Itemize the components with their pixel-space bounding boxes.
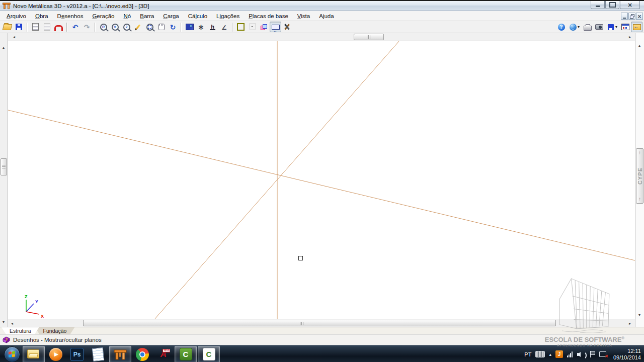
snap-button[interactable] bbox=[53, 22, 64, 32]
window-config-button[interactable] bbox=[619, 22, 631, 32]
zoom-all-icon: ✚ bbox=[112, 24, 119, 31]
mdi-minimize-button[interactable] bbox=[621, 13, 628, 20]
top-rotation-bar[interactable] bbox=[8, 33, 635, 41]
online-services-button[interactable] bbox=[567, 22, 579, 32]
redo-button[interactable] bbox=[81, 22, 93, 32]
scroll-right-arrow[interactable] bbox=[627, 34, 633, 40]
3d-viewport[interactable]: ZYX bbox=[8, 41, 635, 319]
left-rotation-bar[interactable] bbox=[0, 33, 8, 327]
start-button[interactable] bbox=[2, 346, 22, 362]
help-book-icon: ? bbox=[3, 336, 10, 343]
keyboard-icon[interactable] bbox=[535, 351, 545, 357]
bottom-scrollbar[interactable] bbox=[8, 319, 635, 327]
taskbar-chrome-button[interactable] bbox=[132, 346, 152, 362]
open-button[interactable] bbox=[2, 22, 13, 32]
thumb-grip bbox=[367, 35, 371, 39]
globe-icon bbox=[570, 24, 577, 31]
action-center-flag-icon[interactable] bbox=[589, 351, 595, 358]
square-outline-icon bbox=[237, 23, 245, 31]
scroll-down-arrow[interactable] bbox=[1, 319, 7, 325]
taskbar-notepad-button[interactable] bbox=[88, 346, 108, 362]
menu-placas-de-base[interactable]: Placas de base bbox=[244, 12, 293, 20]
bottom-scroll-thumb[interactable] bbox=[83, 320, 556, 326]
right-scrollbar[interactable]: CYPE bbox=[635, 33, 644, 327]
network-disconnected-icon[interactable] bbox=[599, 351, 608, 358]
scroll-right-arrow[interactable] bbox=[627, 320, 633, 326]
menu-calculo[interactable]: Cálculo bbox=[184, 12, 212, 20]
tab-fundacao[interactable]: Fundação bbox=[35, 327, 75, 334]
show-hidden-icons-button[interactable] bbox=[549, 352, 551, 357]
signal-strength-icon[interactable] bbox=[567, 351, 573, 357]
dimension-button[interactable] bbox=[218, 22, 230, 32]
plane-outline-button[interactable] bbox=[235, 22, 247, 32]
scroll-up-arrow[interactable] bbox=[636, 42, 642, 48]
menu-ajuda[interactable]: Ajuda bbox=[314, 12, 338, 20]
print-button[interactable] bbox=[582, 22, 593, 32]
system-tray: PT J 12:11 09/10/2014 bbox=[522, 345, 644, 362]
export-button[interactable] bbox=[605, 22, 616, 32]
zoom-previous-button[interactable]: 2 bbox=[121, 22, 132, 32]
menu-desenhos[interactable]: Desenhos bbox=[53, 12, 88, 20]
mdi-close-button[interactable] bbox=[636, 13, 643, 20]
mdi-buttons bbox=[620, 13, 643, 20]
tab-estrutura[interactable]: Estrutura bbox=[2, 327, 39, 334]
help-button[interactable] bbox=[555, 22, 567, 32]
import-dxf-button[interactable] bbox=[30, 22, 41, 32]
top-rotation-thumb[interactable] bbox=[354, 34, 384, 40]
image-icon bbox=[186, 24, 194, 30]
mdi-restore-button[interactable] bbox=[628, 13, 635, 20]
menu-vista[interactable]: Vista bbox=[293, 12, 314, 20]
capture-button[interactable] bbox=[593, 22, 605, 32]
panel-toggle-button[interactable] bbox=[631, 22, 642, 32]
taskbar-camtasia-recorder-button[interactable]: C bbox=[175, 346, 197, 362]
undo-button[interactable] bbox=[69, 22, 81, 32]
pan-button[interactable] bbox=[155, 22, 167, 32]
redraw-button[interactable]: R bbox=[98, 22, 109, 32]
volume-icon[interactable] bbox=[577, 351, 585, 358]
java-update-icon[interactable]: J bbox=[555, 350, 563, 358]
mdi-restore-icon bbox=[630, 14, 634, 19]
minimize-button[interactable] bbox=[591, 1, 605, 9]
tray-time: 12:11 bbox=[613, 348, 641, 354]
menu-no[interactable]: Nó bbox=[119, 12, 136, 20]
edit-button[interactable] bbox=[132, 22, 144, 32]
rotate-view-button[interactable] bbox=[167, 22, 179, 32]
export-dxf-button[interactable] bbox=[41, 22, 53, 32]
scroll-down-arrow[interactable] bbox=[636, 312, 642, 318]
left-rotation-thumb[interactable] bbox=[1, 158, 7, 175]
taskbar-photoshop-button[interactable]: Ps bbox=[67, 346, 87, 362]
reference-plane-button[interactable] bbox=[247, 22, 258, 32]
zoom-window-button[interactable] bbox=[144, 22, 155, 32]
language-indicator[interactable]: PT bbox=[524, 351, 531, 357]
close-icon bbox=[628, 1, 632, 10]
layers-button[interactable] bbox=[258, 22, 270, 32]
tools-button[interactable] bbox=[281, 22, 293, 32]
zoom-all-button[interactable]: ✚ bbox=[109, 22, 121, 32]
save-button[interactable] bbox=[13, 22, 25, 32]
taskbar-metalicas3d-button[interactable] bbox=[109, 346, 131, 362]
cype-scroll-thumb[interactable]: CYPE bbox=[636, 148, 643, 204]
close-button[interactable] bbox=[620, 1, 640, 9]
menu-ligacoes[interactable]: Ligações bbox=[212, 12, 244, 20]
taskbar-camtasia-studio-button[interactable]: C bbox=[198, 346, 220, 362]
menu-obra[interactable]: Obra bbox=[31, 12, 53, 20]
menu-barra[interactable]: Barra bbox=[135, 12, 158, 20]
svg-text:Z: Z bbox=[25, 294, 28, 299]
scroll-left-arrow[interactable] bbox=[9, 320, 15, 326]
background-image-button[interactable] bbox=[184, 22, 195, 32]
taskbar-autocad-button[interactable]: A2010 bbox=[153, 346, 174, 362]
taskbar-explorer-button[interactable] bbox=[23, 346, 45, 362]
menu-carga[interactable]: Carga bbox=[158, 12, 183, 20]
levels-button[interactable] bbox=[207, 22, 218, 32]
svg-text:Y: Y bbox=[35, 299, 38, 304]
menu-arquivo[interactable]: Arquivo bbox=[2, 12, 31, 20]
show-dimensions-button[interactable] bbox=[270, 22, 281, 32]
taskbar-clock[interactable]: 12:11 09/10/2014 bbox=[613, 348, 641, 361]
nodes-button[interactable] bbox=[195, 22, 207, 32]
scroll-left-arrow[interactable] bbox=[11, 34, 17, 40]
scroll-up-arrow[interactable] bbox=[1, 44, 7, 50]
ruler-icon bbox=[272, 25, 280, 30]
menu-geracao[interactable]: Geração bbox=[88, 12, 119, 20]
maximize-button[interactable] bbox=[605, 1, 619, 9]
taskbar-media-player-button[interactable] bbox=[46, 346, 66, 362]
